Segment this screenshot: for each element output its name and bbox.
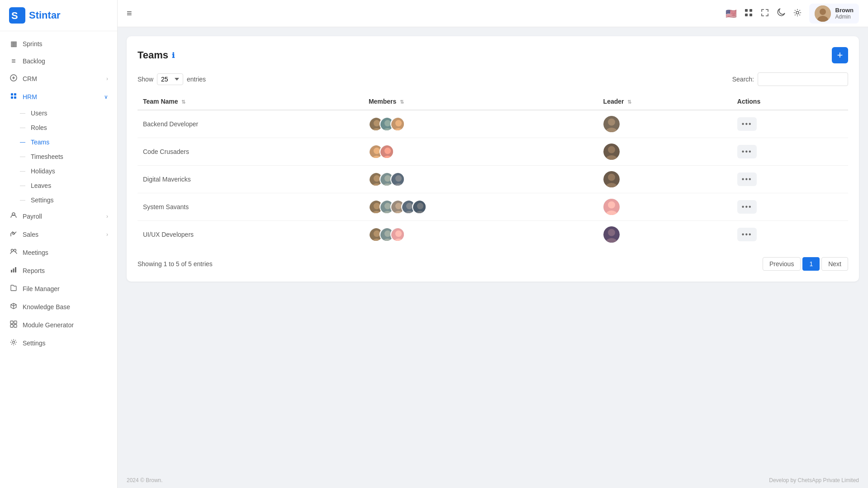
sidebar-item-label: Meetings [23, 249, 48, 256]
svg-rect-13 [15, 267, 16, 273]
sidebar-item-file-manager[interactable]: File Manager [0, 280, 117, 298]
teams-table: Team Name ⇅ Members ⇅ Leader ⇅ Actions [138, 93, 848, 248]
row-actions-button[interactable]: ••• [737, 200, 757, 214]
col-team-name[interactable]: Team Name ⇅ [138, 93, 363, 110]
info-icon[interactable]: ℹ [172, 51, 175, 60]
svg-rect-19 [745, 9, 748, 12]
col-leader[interactable]: Leader ⇅ [598, 93, 732, 110]
members-cell [363, 221, 598, 249]
members-cell [363, 110, 598, 138]
gear-icon[interactable] [793, 8, 802, 19]
row-actions-button[interactable]: ••• [737, 117, 757, 131]
logo-area[interactable]: S Stintar [0, 0, 117, 31]
entries-select[interactable]: 25 10 50 100 [157, 73, 183, 85]
apps-grid-icon[interactable] [744, 8, 753, 19]
language-flag-icon[interactable]: 🇺🇸 [726, 8, 737, 19]
page-header: Teams ℹ + [138, 47, 848, 63]
svg-rect-21 [745, 14, 748, 16]
sidebar-item-sprints[interactable]: ▦ Sprints [0, 35, 117, 53]
sidebar-nav: ▦ Sprints ≡ Backlog CRM › HRM ∨ Users [0, 31, 117, 488]
previous-button[interactable]: Previous [763, 257, 801, 271]
member-avatar [412, 200, 427, 214]
sidebar-item-timesheets[interactable]: Timesheets [20, 149, 117, 164]
svg-point-10 [14, 249, 16, 252]
logo-icon: S [9, 7, 25, 24]
sidebar-item-payroll[interactable]: Payroll › [0, 207, 117, 225]
avatar [815, 5, 831, 22]
sidebar-item-reports[interactable]: Reports [0, 262, 117, 280]
svg-point-43 [384, 148, 391, 154]
sidebar-item-hrm[interactable]: HRM ∨ [0, 88, 117, 106]
leader-avatar [603, 116, 620, 132]
sidebar-item-teams[interactable]: Teams [20, 135, 117, 149]
svg-rect-6 [14, 96, 16, 99]
svg-point-40 [374, 148, 380, 154]
search-input[interactable] [758, 72, 848, 86]
user-name-line2: Admin [835, 14, 854, 20]
svg-rect-14 [10, 321, 13, 324]
sidebar-item-label: File Manager [23, 285, 60, 292]
actions-cell: ••• [732, 110, 848, 138]
svg-point-82 [384, 230, 391, 237]
sidebar-item-knowledge-base[interactable]: Knowledge Base [0, 298, 117, 316]
svg-point-64 [384, 203, 391, 209]
svg-point-52 [384, 175, 391, 182]
sidebar-item-hrm-settings[interactable]: Settings [20, 193, 117, 207]
team-name-cell: Backend Developer [138, 110, 363, 138]
svg-rect-22 [749, 14, 752, 16]
sidebar-item-holidays[interactable]: Holidays [20, 164, 117, 178]
svg-rect-11 [11, 270, 12, 273]
row-actions-button[interactable]: ••• [737, 145, 757, 158]
members-cell [363, 166, 598, 193]
team-name: Code Crusaders [143, 148, 189, 155]
svg-rect-15 [14, 321, 17, 324]
user-profile[interactable]: Brown Admin [809, 4, 859, 24]
sidebar-item-module-generator[interactable]: Module Generator [0, 316, 117, 334]
svg-rect-17 [14, 325, 17, 327]
header-right: 🇺🇸 [726, 4, 859, 24]
team-name-cell: UI/UX Developers [138, 221, 363, 249]
svg-point-8 [13, 233, 14, 234]
sidebar-item-crm[interactable]: CRM › [0, 70, 117, 88]
col-members[interactable]: Members ⇅ [363, 93, 598, 110]
app-logo: S Stintar [9, 7, 108, 24]
search-box: Search: [732, 72, 848, 86]
hamburger-menu[interactable]: ≡ [127, 8, 132, 19]
members-cell [363, 193, 598, 221]
row-actions-button[interactable]: ••• [737, 172, 757, 186]
svg-point-76 [608, 201, 615, 209]
sidebar-item-label: Backlog [23, 57, 45, 65]
fullscreen-icon[interactable] [760, 8, 769, 19]
svg-point-37 [608, 119, 615, 126]
chevron-right-icon: › [106, 213, 108, 220]
next-button[interactable]: Next [821, 257, 848, 271]
sidebar-item-leaves[interactable]: Leaves [20, 178, 117, 193]
sidebar-item-meetings[interactable]: Meetings [0, 244, 117, 262]
svg-point-67 [395, 203, 402, 209]
leader-cell [598, 110, 732, 138]
copyright-text: 2024 © Brown. [127, 477, 163, 483]
add-team-button[interactable]: + [832, 47, 848, 63]
team-name: Digital Mavericks [143, 176, 191, 183]
sidebar-item-roles[interactable]: Roles [20, 120, 117, 135]
svg-point-9 [11, 249, 14, 252]
leader-cell [598, 193, 732, 221]
sidebar-item-sales[interactable]: Sales › [0, 225, 117, 244]
header-left: ≡ [127, 8, 132, 19]
sort-icon: ⇅ [627, 99, 631, 105]
sidebar-item-backlog[interactable]: ≡ Backlog [0, 53, 117, 70]
pagination-area: Showing 1 to 5 of 5 entries Previous 1 N… [138, 257, 848, 271]
leader-avatar [603, 226, 620, 243]
svg-point-23 [796, 11, 799, 14]
sort-icon: ⇅ [181, 99, 185, 105]
svg-point-25 [820, 9, 826, 15]
page-1-button[interactable]: 1 [802, 257, 820, 271]
row-actions-button[interactable]: ••• [737, 228, 757, 241]
sidebar-item-settings[interactable]: Settings [0, 334, 117, 352]
svg-point-55 [395, 175, 402, 182]
leader-avatar [603, 199, 620, 215]
sidebar-item-users[interactable]: Users [20, 106, 117, 120]
dark-mode-icon[interactable] [777, 8, 786, 19]
search-label: Search: [732, 76, 754, 83]
module-generator-icon [9, 321, 18, 330]
